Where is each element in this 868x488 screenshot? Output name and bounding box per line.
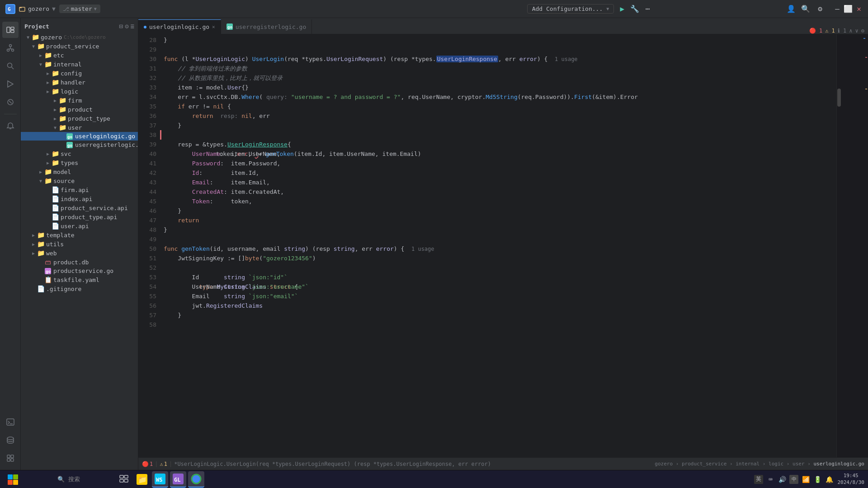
clock-date: 2024/8/30 bbox=[837, 479, 864, 486]
sidebar-item-utils[interactable]: ▶ 📁 utils bbox=[21, 239, 138, 249]
nav-up[interactable]: ∧ bbox=[849, 28, 852, 34]
ime-icon[interactable]: 英 bbox=[754, 475, 763, 484]
bc-logic[interactable]: logic bbox=[769, 461, 783, 467]
sidebar-item-productservice[interactable]: ▶ go productservice.go bbox=[21, 267, 138, 275]
sidebar-item-handler[interactable]: ▶ 📁 handler bbox=[21, 78, 138, 87]
tab-close-button[interactable]: ✕ bbox=[212, 24, 215, 30]
tab-userloginlogic[interactable]: userloginlogic.go ✕ bbox=[138, 19, 221, 34]
sidebar-item-types[interactable]: ▶ 📁 types bbox=[21, 158, 138, 167]
sidebar-item-model[interactable]: ▶ 📁 model bbox=[21, 167, 138, 176]
item-label: product_type.api bbox=[61, 214, 117, 221]
battery-icon[interactable]: 🔋 bbox=[813, 475, 822, 484]
speaker-icon[interactable]: 🔊 bbox=[778, 475, 787, 484]
sidebar-item-product-type-api[interactable]: ▶ 📄 product_type.api bbox=[21, 212, 138, 221]
more-run-options[interactable]: ⋯ bbox=[643, 5, 652, 14]
search-icon[interactable]: 🔍 bbox=[801, 5, 810, 14]
sidebar-item-product_service[interactable]: ▼ 📁 product_service bbox=[21, 42, 138, 51]
run-config[interactable]: Add Configuration... ▼ bbox=[527, 4, 614, 14]
sidebar-item-logic[interactable]: ▶ 📁 logic bbox=[21, 87, 138, 96]
clock[interactable]: 19:45 2024/8/30 bbox=[837, 473, 864, 486]
sidebar-item-product[interactable]: ▶ 📁 product bbox=[21, 105, 138, 114]
wifi-icon[interactable]: 📶 bbox=[801, 475, 810, 484]
sidebar-item-source[interactable]: ▼ 📁 source bbox=[21, 176, 138, 185]
svg-point-13 bbox=[7, 63, 12, 68]
code-content[interactable]: } func (l *UserLoginLogic) UserLogin(req… bbox=[160, 34, 836, 457]
start-button[interactable] bbox=[4, 472, 22, 487]
scrollbar-thumb[interactable] bbox=[837, 89, 841, 107]
search-taskbar[interactable]: 🔍 搜索 bbox=[24, 471, 114, 488]
api-file-icon: 📄 bbox=[52, 186, 59, 193]
warn-minimap-indicator bbox=[865, 89, 867, 89]
gear-icon[interactable]: ≡ bbox=[131, 23, 134, 30]
expand-arrow[interactable]: ▼ bbox=[24, 35, 32, 40]
account-icon[interactable]: 👤 bbox=[787, 5, 796, 14]
sidebar-item-template[interactable]: ▶ 📁 template bbox=[21, 230, 138, 239]
sidebar-item-gitignore[interactable]: ▶ 📄 .gitignore bbox=[21, 284, 138, 293]
taskbar-app-goland[interactable]: GL bbox=[170, 471, 186, 488]
code-line-30: func (l *UserLoginLogic) UserLogin(req *… bbox=[160, 54, 836, 64]
run-icon[interactable] bbox=[2, 76, 19, 92]
code-line-44: CreatedAt: item.CreatedAt, bbox=[160, 187, 836, 197]
search-icon[interactable] bbox=[2, 58, 19, 74]
terminal-icon[interactable] bbox=[2, 414, 19, 430]
item-label: source bbox=[53, 178, 75, 184]
debug-icon[interactable] bbox=[2, 94, 19, 110]
minimize-button[interactable]: — bbox=[834, 5, 841, 13]
notification-icon[interactable] bbox=[2, 118, 19, 134]
bc-gozero[interactable]: gozero bbox=[655, 461, 673, 467]
code-line-41: Password: item.Password, bbox=[160, 159, 836, 168]
git-icon[interactable] bbox=[2, 40, 19, 56]
input-icon[interactable]: ⌨ bbox=[766, 475, 775, 484]
language-icon[interactable]: 中 bbox=[789, 475, 798, 484]
sidebar-item-web[interactable]: ▶ 📁 web bbox=[21, 249, 138, 258]
sidebar-item-userregisterlogic[interactable]: ▶ go userregisterlogic.go bbox=[21, 141, 138, 149]
tab-settings[interactable]: ⚙ bbox=[861, 28, 864, 34]
sidebar-item-product-service-api[interactable]: ▶ 📄 product_service.api bbox=[21, 203, 138, 212]
database-icon[interactable] bbox=[2, 432, 19, 448]
go-file-icon: go bbox=[66, 142, 73, 148]
sidebar-item-firm[interactable]: ▶ 📁 firm bbox=[21, 96, 138, 105]
close-button[interactable]: ✕ bbox=[855, 5, 863, 13]
sidebar-item-product_type[interactable]: ▶ 📁 product_type bbox=[21, 114, 138, 123]
tab-userregisterlogic[interactable]: go userregisterlogic.go bbox=[221, 19, 312, 34]
tree-root[interactable]: ▼ 📁 gozero C:\code\gozero bbox=[21, 33, 138, 42]
sidebar-item-index-api[interactable]: ▶ 📄 index.api bbox=[21, 194, 138, 203]
run-button[interactable]: ▶ bbox=[618, 5, 627, 14]
titlebar-left: G gozero ▼ ⎇ master ▼ bbox=[5, 4, 392, 14]
bc-product-service[interactable]: product_service bbox=[682, 461, 726, 467]
notification-tray-icon[interactable]: 🔔 bbox=[825, 475, 834, 484]
file-icon: 📄 bbox=[37, 285, 44, 292]
maximize-button[interactable]: ⬜ bbox=[844, 5, 852, 13]
sidebar-item-taskfile[interactable]: ▶ 📋 taskfile.yaml bbox=[21, 275, 138, 284]
bc-internal[interactable]: internal bbox=[736, 461, 760, 467]
sidebar-item-internal[interactable]: ▼ 📁 internal bbox=[21, 60, 138, 69]
project-name[interactable]: gozero ▼ bbox=[19, 5, 56, 12]
settings-sidebar-icon[interactable]: ⚙ bbox=[125, 23, 128, 30]
collapse-all-icon[interactable]: ⊟ bbox=[119, 23, 123, 30]
sidebar-project-icon[interactable] bbox=[2, 22, 19, 38]
taskbar-app-explorer[interactable]: 📁 bbox=[134, 471, 150, 488]
sidebar-item-etc[interactable]: ▶ 📁 etc bbox=[21, 51, 138, 60]
sidebar-item-user[interactable]: ▼ 📁 user bbox=[21, 123, 138, 132]
sidebar-item-userloginlogic[interactable]: ▶ go userloginlogic.go bbox=[21, 132, 138, 141]
sidebar-item-svc[interactable]: ▶ 📁 svc bbox=[21, 149, 138, 158]
svg-rect-37 bbox=[13, 480, 18, 485]
sidebar-item-config[interactable]: ▶ 📁 config bbox=[21, 69, 138, 78]
sidebar-item-product-db[interactable]: ▶ 🗃 product.db bbox=[21, 258, 138, 267]
sidebar-item-firm-api[interactable]: ▶ 📄 firm.api bbox=[21, 185, 138, 194]
svg-rect-24 bbox=[7, 459, 10, 461]
bc-file[interactable]: userloginlogic.go bbox=[813, 461, 864, 467]
item-label: web bbox=[46, 250, 57, 257]
debug-button[interactable]: 🔧 bbox=[630, 5, 639, 14]
taskview-button[interactable] bbox=[116, 471, 132, 488]
taskbar-app-browser[interactable] bbox=[188, 471, 204, 488]
taskbar-app-webstorm[interactable]: WS bbox=[152, 471, 168, 488]
sidebar-item-user-api[interactable]: ▶ 📄 user.api bbox=[21, 221, 138, 230]
settings-icon[interactable]: ⚙ bbox=[816, 5, 825, 14]
nav-down[interactable]: ∨ bbox=[855, 28, 859, 34]
plugin-icon[interactable] bbox=[2, 450, 19, 466]
branch-selector[interactable]: ⎇ master ▼ bbox=[59, 5, 100, 13]
bc-user[interactable]: user bbox=[793, 461, 805, 467]
code-line-40: UserName: item.UserName, bbox=[160, 149, 836, 159]
minimap bbox=[836, 34, 868, 457]
